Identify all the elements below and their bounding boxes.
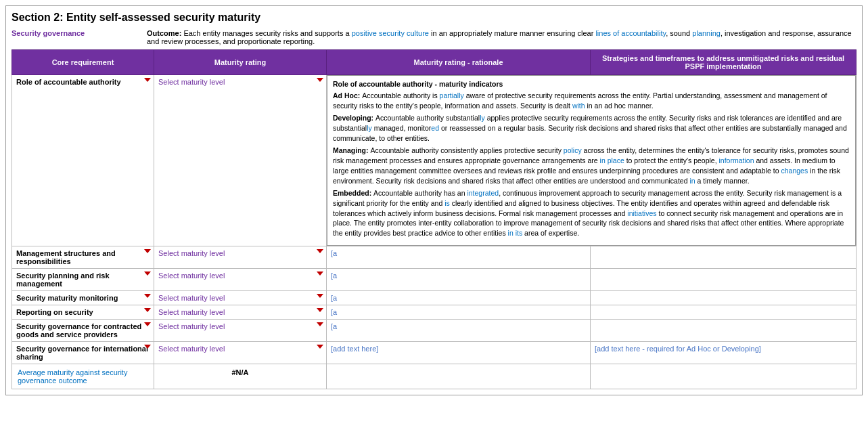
core-req-cell-2: Management structures and responsibiliti… — [12, 246, 154, 268]
average-strategies-cell — [591, 364, 856, 389]
tooltip-label-embedded: Embedded: — [333, 189, 373, 197]
maturity-cell-4[interactable]: Select maturity level — [154, 290, 327, 305]
core-req-cell-5: Reporting on security — [12, 305, 154, 319]
core-req-label-7: Security governance for international sh… — [16, 345, 148, 361]
select-maturity-3[interactable]: Select maturity level — [158, 272, 225, 280]
maturity-cell-7[interactable]: Select maturity level — [154, 341, 327, 364]
rationale-placeholder-5[interactable]: [a — [331, 308, 337, 316]
tooltip-section-managing: Managing: Accountable authority consiste… — [333, 146, 850, 186]
table-header-row: Core requirement Maturity rating Maturit… — [12, 50, 856, 75]
tooltip-title: Role of accountable authority - maturity… — [333, 80, 850, 88]
rationale-cell-5[interactable]: [a — [327, 305, 591, 319]
core-req-label-3: Security planning and risk management — [16, 272, 110, 288]
table-row: Management structures and responsibiliti… — [12, 246, 856, 268]
tooltip-label-adhoc: Ad Hoc: — [333, 91, 362, 100]
governance-label: Security governance — [12, 29, 147, 45]
core-req-label-6: Security governance for contracted goods… — [16, 322, 141, 339]
average-rationale-cell — [327, 364, 591, 389]
strategies-cell-4[interactable] — [591, 290, 856, 305]
maturity-cell-1[interactable]: Select maturity level — [154, 75, 327, 246]
strategies-cell-3[interactable] — [591, 268, 856, 290]
table-row: Security maturity monitoring Select matu… — [12, 290, 856, 305]
core-req-label-4: Security maturity monitoring — [16, 294, 118, 302]
col-header-strategies: Strategies and timeframes to address unm… — [591, 50, 856, 75]
strategies-cell-6[interactable] — [591, 319, 856, 341]
tooltip-text-managing: Accountable authority consistently appli… — [333, 146, 849, 184]
tooltip-label-developing: Developing: — [333, 114, 375, 122]
section-title: Section 2: Entity self-assessed security… — [12, 12, 856, 24]
core-req-label-5: Reporting on security — [16, 308, 93, 316]
tooltip-section-adhoc: Ad Hoc: Accountable authority is partial… — [333, 91, 850, 110]
select-maturity-4[interactable]: Select maturity level — [158, 294, 225, 302]
rationale-cell-3[interactable]: [a — [327, 268, 591, 290]
tooltip-box: Role of accountable authority - maturity… — [327, 75, 856, 246]
tooltip-text-embedded: Accountable authority has an integrated,… — [333, 189, 844, 237]
average-label: Average maturity against security govern… — [18, 368, 127, 385]
rationale-tooltip-cell-1: Role of accountable authority - maturity… — [327, 75, 856, 246]
main-table: Core requirement Maturity rating Maturit… — [12, 49, 856, 389]
select-maturity-1[interactable]: Select maturity level — [158, 78, 225, 86]
table-row: Reporting on security Select maturity le… — [12, 305, 856, 319]
tooltip-section-embedded: Embedded: Accountable authority has an i… — [333, 188, 850, 238]
maturity-cell-3[interactable]: Select maturity level — [154, 268, 327, 290]
col-header-core-req: Core requirement — [12, 50, 154, 75]
col-header-maturity-rating: Maturity rating — [154, 50, 327, 75]
outcome-prefix: Outcome: — [147, 29, 181, 37]
core-req-label-2: Management structures and responsibiliti… — [16, 249, 116, 265]
core-req-cell-7: Security governance for international sh… — [12, 341, 154, 364]
rationale-placeholder-2[interactable]: [a — [331, 249, 337, 257]
strategies-placeholder-7[interactable]: [add text here - required for Ad Hoc or … — [595, 345, 761, 353]
outcome-row: Security governance Outcome: Each entity… — [12, 29, 856, 45]
core-req-cell-3: Security planning and risk management — [12, 268, 154, 290]
select-maturity-2[interactable]: Select maturity level — [158, 249, 225, 257]
tooltip-text-adhoc: Accountable authority is partially aware… — [333, 91, 827, 110]
core-req-cell-6: Security governance for contracted goods… — [12, 319, 154, 341]
table-row: Security governance for international sh… — [12, 341, 856, 364]
average-label-cell: Average maturity against security govern… — [12, 364, 154, 389]
outcome-text: Outcome: Each entity manages security ri… — [147, 29, 856, 45]
strategies-cell-2[interactable] — [591, 246, 856, 268]
rationale-placeholder-4[interactable]: [a — [331, 294, 337, 302]
maturity-cell-5[interactable]: Select maturity level — [154, 305, 327, 319]
col-header-rationale: Maturity rating - rationale — [327, 50, 591, 75]
strategies-cell-5[interactable] — [591, 305, 856, 319]
rationale-placeholder-3[interactable]: [a — [331, 272, 337, 280]
rationale-placeholder-6[interactable]: [a — [331, 322, 337, 330]
select-maturity-5[interactable]: Select maturity level — [158, 308, 225, 316]
table-row: Role of accountable authority Select mat… — [12, 75, 856, 246]
tooltip-label-managing: Managing: — [333, 146, 370, 154]
average-value-cell: #N/A — [154, 364, 327, 389]
maturity-cell-6[interactable]: Select maturity level — [154, 319, 327, 341]
core-req-cell-4: Security maturity monitoring — [12, 290, 154, 305]
tooltip-text-developing: Accountable authority substantially appl… — [333, 114, 847, 142]
average-value: #N/A — [231, 368, 248, 376]
core-req-label-1: Role of accountable authority — [16, 78, 121, 86]
rationale-cell-2[interactable]: [a — [327, 246, 591, 268]
table-row: Security planning and risk management Se… — [12, 268, 856, 290]
tooltip-section-developing: Developing: Accountable authority substa… — [333, 113, 850, 143]
strategies-cell-7[interactable]: [add text here - required for Ad Hoc or … — [591, 341, 856, 364]
average-row: Average maturity against security govern… — [12, 364, 856, 389]
rationale-cell-4[interactable]: [a — [327, 290, 591, 305]
maturity-cell-2[interactable]: Select maturity level — [154, 246, 327, 268]
rationale-cell-7[interactable]: [add text here] — [327, 341, 591, 364]
table-row: Security governance for contracted goods… — [12, 319, 856, 341]
rationale-cell-6[interactable]: [a — [327, 319, 591, 341]
rationale-placeholder-7[interactable]: [add text here] — [331, 345, 378, 353]
select-maturity-7[interactable]: Select maturity level — [158, 345, 225, 353]
page-container: Section 2: Entity self-assessed security… — [5, 5, 863, 395]
select-maturity-6[interactable]: Select maturity level — [158, 322, 225, 330]
core-req-cell-1: Role of accountable authority — [12, 75, 154, 246]
